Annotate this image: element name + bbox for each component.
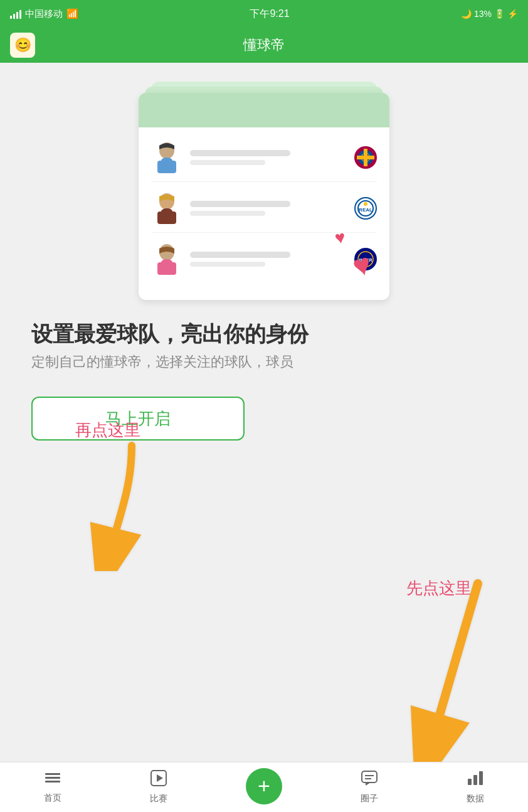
tab-match[interactable]: 比赛 [105, 770, 211, 804]
tab-bar: 首页 比赛 + 圈子 [0, 762, 528, 812]
team-badge-real: REAL [354, 197, 377, 220]
svg-point-2 [161, 158, 172, 164]
svg-text:REAL: REAL [359, 207, 372, 213]
app-logo: 😊 [10, 33, 35, 58]
logo-emoji: 😊 [14, 37, 31, 53]
match-icon [150, 770, 167, 791]
header: 😊 懂球帝 [0, 28, 528, 63]
status-right: 🌙 13% 🔋 ⚡ [461, 9, 518, 19]
time-label: 下午9:21 [250, 8, 289, 21]
card-rows: REAL [139, 127, 389, 289]
sub-title: 定制自己的懂球帝，选择关注的球队，球员 [31, 353, 497, 371]
row-line [190, 201, 290, 207]
tab-community[interactable]: 圈子 [317, 770, 422, 804]
player2-icon [152, 190, 181, 227]
tab-stats-label: 数据 [467, 793, 484, 804]
svg-rect-31 [468, 779, 472, 785]
player1-icon [152, 139, 181, 176]
arrow-right-icon [378, 577, 503, 762]
avatar [151, 139, 182, 176]
home-icon [44, 771, 61, 790]
svg-rect-6 [357, 156, 374, 159]
row-content [190, 150, 347, 165]
arrow-left-icon [82, 439, 182, 574]
row-line [190, 252, 290, 258]
row-content [190, 252, 347, 267]
row-line [190, 150, 290, 156]
avatar [151, 190, 182, 227]
table-row: REAL [151, 184, 377, 233]
tab-create[interactable]: + [211, 768, 317, 807]
annotation-left: 再点这里 [75, 419, 140, 441]
row-content [190, 201, 347, 216]
table-row [151, 134, 377, 182]
status-bar: 中国移动 📶 下午9:21 🌙 13% 🔋 ⚡ [0, 0, 528, 28]
battery-icon: 🔋 [494, 9, 505, 19]
svg-point-10 [161, 208, 172, 215]
tab-match-label: 比赛 [150, 793, 167, 804]
create-button[interactable]: + [246, 768, 282, 804]
svg-rect-28 [362, 771, 377, 783]
row-line [190, 211, 265, 216]
charging-icon: ⚡ [507, 9, 518, 19]
moon-icon: 🌙 [461, 9, 472, 19]
status-left: 中国移动 📶 [10, 8, 78, 20]
tab-stats[interactable]: 数据 [423, 770, 528, 804]
tab-home[interactable]: 首页 [0, 771, 105, 804]
battery-label: 13% [474, 9, 492, 19]
signal-icon [10, 9, 21, 19]
svg-rect-24 [45, 777, 60, 779]
svg-rect-32 [473, 775, 477, 785]
row-line [190, 262, 265, 267]
carrier-label: 中国移动 [25, 8, 63, 20]
svg-rect-33 [479, 771, 483, 785]
row-line [190, 160, 265, 165]
card-main: REAL [139, 93, 389, 300]
main-content: REAL [0, 63, 528, 762]
svg-rect-23 [45, 773, 60, 775]
community-icon [361, 770, 378, 791]
tab-home-label: 首页 [44, 793, 61, 804]
header-title: 懂球帝 [243, 36, 285, 55]
player3-icon [152, 241, 181, 277]
svg-rect-25 [45, 781, 60, 783]
stats-icon [467, 770, 484, 791]
svg-point-17 [161, 259, 172, 265]
card-header-green [139, 93, 389, 127]
wifi-icon: 📶 [66, 8, 78, 19]
illustration: REAL [0, 63, 528, 307]
avatar [151, 240, 182, 278]
svg-marker-27 [157, 774, 163, 782]
tab-community-label: 圈子 [361, 793, 378, 804]
text-section: 设置最爱球队，亮出你的身份 定制自己的懂球帝，选择关注的球队，球员 [0, 307, 528, 397]
card-stack: REAL [139, 82, 389, 307]
main-title: 设置最爱球队，亮出你的身份 [31, 320, 497, 348]
team-badge-barca [354, 146, 377, 169]
